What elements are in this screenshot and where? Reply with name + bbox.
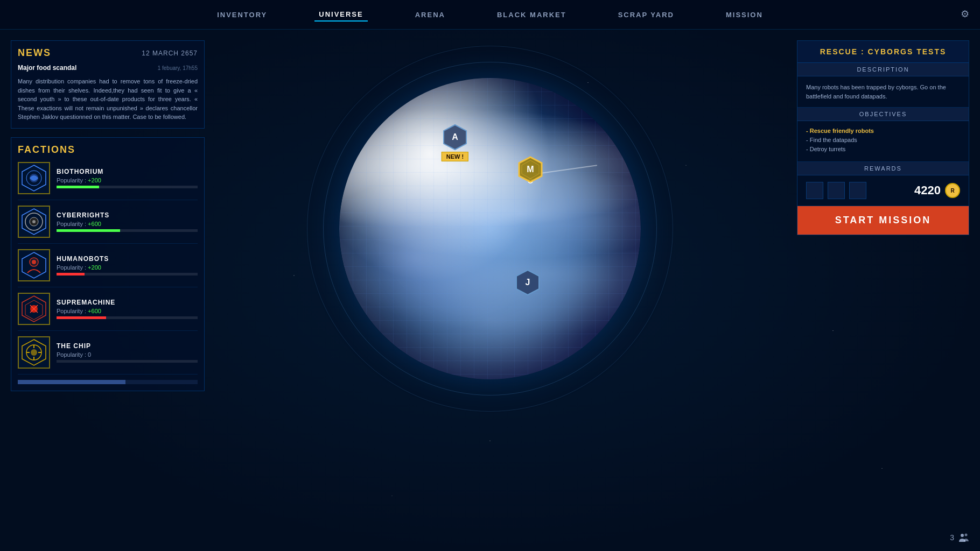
description-text: Many robots has been trapped by cyborgs.… <box>806 83 960 101</box>
new-badge: NEW ! <box>442 152 468 161</box>
main-content: NEWS 12 MARCH 2657 Major food scandal 1 … <box>0 30 980 551</box>
faction-biothorium-popularity: Popularity : +200 <box>57 177 198 183</box>
faction-humanobots[interactable]: HUMANOBOTS Popularity : +200 <box>18 249 198 287</box>
faction-biothorium-bar <box>57 186 198 188</box>
factions-section: FACTIONS BIOTHORIUM Popularity : <box>11 137 205 391</box>
svg-point-15 <box>31 349 37 356</box>
rewards-section: 4220 R <box>797 175 969 206</box>
rewards-row: 4220 R <box>806 182 960 199</box>
faction-thechip-name: THE CHIP <box>57 342 198 350</box>
faction-biothorium[interactable]: BIOTHORIUM Popularity : +200 <box>18 162 198 200</box>
nav-scrap-yard[interactable]: SCRAP YARD <box>614 9 678 21</box>
planet-container: A NEW ! M J <box>302 40 678 417</box>
nav-universe[interactable]: UNIVERSE <box>314 8 367 22</box>
faction-thechip-info: THE CHIP Popularity : 0 <box>57 342 198 363</box>
faction-biothorium-name: BIOTHORIUM <box>57 168 198 175</box>
planet-grid <box>339 78 641 379</box>
faction-supremachine[interactable]: SUPREMACHINE Popularity : +600 <box>18 293 198 331</box>
left-panel: NEWS 12 MARCH 2657 Major food scandal 1 … <box>11 40 205 391</box>
marker-a-label: A <box>452 132 458 142</box>
nav-black-market[interactable]: BLACK MARKET <box>493 9 571 21</box>
reward-slot-1 <box>806 182 823 199</box>
news-article-body: Many distribution companies had to remov… <box>18 77 198 122</box>
faction-supremachine-icon <box>18 293 50 325</box>
news-date: 12 MARCH 2657 <box>142 50 198 57</box>
factions-title: FACTIONS <box>18 144 198 156</box>
news-article: Major food scandal 1 febuary, 17h55 Many… <box>18 64 198 122</box>
faction-thechip-icon <box>18 336 50 369</box>
nav-arena[interactable]: ARENA <box>411 9 450 21</box>
news-header: NEWS 12 MARCH 2657 <box>18 47 198 59</box>
reward-coin-icon: R <box>945 183 960 198</box>
rewards-header: REWARDS <box>797 162 969 175</box>
objectives-header: OBJECTIVES <box>797 108 969 121</box>
news-article-timestamp: 1 febuary, 17h55 <box>158 65 198 71</box>
news-section: NEWS 12 MARCH 2657 Major food scandal 1 … <box>11 40 205 129</box>
faction-scrollbar[interactable] <box>18 380 198 384</box>
faction-cyberrights-popularity: Popularity : +600 <box>57 221 198 227</box>
svg-point-9 <box>32 260 36 264</box>
svg-point-6 <box>32 220 36 223</box>
bottom-right-info: 3 <box>950 532 969 543</box>
reward-slot-3 <box>849 182 866 199</box>
start-mission-button[interactable]: START MISSION <box>797 206 969 235</box>
nav-inventory[interactable]: INVENTORY <box>213 9 271 21</box>
faction-humanobots-info: HUMANOBOTS Popularity : +200 <box>57 255 198 276</box>
marker-m-label: M <box>527 165 534 174</box>
faction-biothorium-info: BIOTHORIUM Popularity : +200 <box>57 168 198 188</box>
persons-icon <box>958 532 969 543</box>
faction-humanobots-icon <box>18 249 50 281</box>
location-marker-m[interactable]: M <box>517 156 544 183</box>
faction-cyberrights-info: CYBERRIGHTS Popularity : +600 <box>57 211 198 232</box>
top-navigation: INVENTORY UNIVERSE ARENA BLACK MARKET SC… <box>0 0 980 30</box>
description-content: Many robots has been trapped by cyborgs.… <box>797 76 969 108</box>
marker-j-label: J <box>526 278 530 287</box>
reward-slot-2 <box>828 182 845 199</box>
faction-thechip-popularity: Popularity : 0 <box>57 351 198 358</box>
objective-1: - Rescue friendly robots <box>806 128 960 134</box>
faction-humanobots-name: HUMANOBOTS <box>57 255 198 263</box>
nav-items: INVENTORY UNIVERSE ARENA BLACK MARKET SC… <box>213 8 767 22</box>
faction-cyberrights[interactable]: CYBERRIGHTS Popularity : +600 <box>18 206 198 244</box>
reward-amount: 4220 <box>914 183 941 197</box>
mission-panel: RESCUE : CYBORGS TESTS DESCRIPTION Many … <box>797 40 969 235</box>
faction-supremachine-name: SUPREMACHINE <box>57 299 198 306</box>
planet <box>339 78 641 379</box>
location-marker-j[interactable]: J <box>514 269 541 296</box>
player-count: 3 <box>950 533 954 542</box>
settings-icon[interactable]: ⚙ <box>961 8 969 20</box>
location-marker-a[interactable]: A NEW ! <box>442 124 468 151</box>
faction-biothorium-icon <box>18 162 50 194</box>
faction-cyberrights-icon <box>18 206 50 238</box>
faction-cyberrights-name: CYBERRIGHTS <box>57 211 198 219</box>
svg-point-25 <box>965 534 968 536</box>
nav-mission[interactable]: MISSION <box>722 9 767 21</box>
faction-thechip[interactable]: THE CHIP Popularity : 0 <box>18 336 198 375</box>
description-header: DESCRIPTION <box>797 63 969 76</box>
mission-title: RESCUE : CYBORGS TESTS <box>797 41 969 63</box>
faction-supremachine-popularity: Popularity : +600 <box>57 308 198 314</box>
objective-2: - Find the datapads <box>806 137 960 143</box>
faction-humanobots-popularity: Popularity : +200 <box>57 264 198 271</box>
faction-supremachine-bar <box>57 316 198 319</box>
objective-3: - Detroy turrets <box>806 146 960 152</box>
objectives-list: - Rescue friendly robots - Find the data… <box>797 121 969 162</box>
faction-cyberrights-bar <box>57 229 198 232</box>
faction-thechip-bar <box>57 360 198 363</box>
svg-point-24 <box>961 534 964 537</box>
news-article-title: Major food scandal <box>18 64 76 72</box>
faction-humanobots-bar <box>57 273 198 276</box>
faction-supremachine-info: SUPREMACHINE Popularity : +600 <box>57 299 198 319</box>
news-title: NEWS <box>18 47 51 59</box>
